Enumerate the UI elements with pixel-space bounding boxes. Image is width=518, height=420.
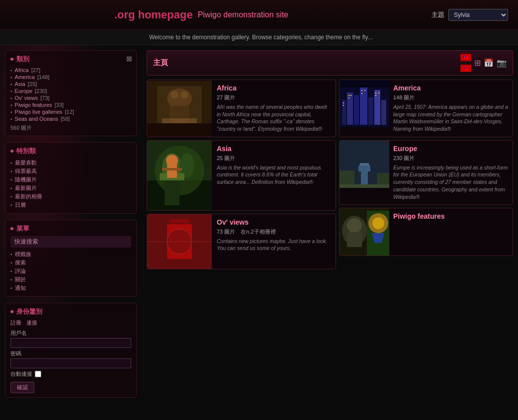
svg-rect-28	[354, 95, 359, 125]
special-toprated[interactable]: 得票最高	[10, 167, 131, 175]
svg-rect-33	[343, 102, 344, 103]
menu-about[interactable]: 關於	[10, 275, 131, 284]
confirm-button[interactable]: 確認	[10, 382, 34, 393]
category-piwigolive-link[interactable]: Piwigo live galleries	[15, 109, 63, 115]
svg-point-2	[167, 88, 192, 108]
svg-rect-32	[381, 100, 386, 125]
menu-search[interactable]: 搜索	[10, 258, 131, 267]
auto-connect-row: 自動連接	[10, 370, 131, 378]
africa-card-count: 27 圖片	[217, 94, 331, 101]
password-label: 密碼	[10, 350, 131, 357]
svg-rect-50	[340, 141, 389, 163]
logo-text: .org homepage	[114, 8, 193, 21]
america-card-count: 148 圖片	[393, 94, 509, 101]
africa-card-title[interactable]: Africa	[217, 84, 331, 92]
grid-view-icon[interactable]: ⊞	[474, 58, 481, 68]
piwigofeatures-thumbnail	[340, 208, 389, 255]
site-subtitle: Piwigo demonstration site	[198, 10, 288, 19]
register-link[interactable]: 註冊	[10, 319, 21, 327]
asia-card-info: Asia 25 圖片 Asia is the world's largest a…	[212, 141, 336, 210]
svg-rect-21	[170, 219, 189, 223]
theme-selector-group: 主題 Sylvia Default	[432, 9, 508, 21]
welcome-bar: Welcome to the demonstration gallery. Br…	[0, 30, 518, 45]
europe-thumbnail	[340, 141, 389, 188]
ovviews-thumb-image	[147, 214, 212, 269]
svg-point-57	[347, 218, 362, 233]
piwigofeatures-card-info: Piwigo features	[389, 208, 513, 255]
africa-thumb-image	[147, 81, 212, 136]
europe-card-count: 230 圖片	[393, 155, 509, 162]
sidebar: 類別 ⊠ Africa [27] America [148] Asia [25]…	[0, 45, 142, 420]
password-input[interactable]	[10, 358, 131, 368]
theme-label: 主題	[432, 10, 444, 19]
categories-collapse-icon[interactable]: ⊠	[126, 55, 132, 63]
svg-point-61	[372, 217, 384, 229]
gallery-left-column: Africa 27 圖片 Afri was the name of severa…	[147, 80, 336, 269]
category-africa-link[interactable]: Africa	[15, 67, 29, 73]
special-recentalbums[interactable]: 最新的相冊	[10, 192, 131, 201]
category-seas-link[interactable]: Seas and Oceans	[15, 116, 58, 122]
america-card-desc: April 25, 1507: America appears on a glo…	[393, 103, 509, 133]
category-asia-link[interactable]: Asia	[15, 81, 25, 87]
category-piwigofeatures-link[interactable]: Piwigo features	[15, 102, 52, 108]
welcome-text: Welcome to the demonstration gallery. Br…	[149, 34, 373, 41]
gallery-card-asia: Asia 25 圖片 Asia is the world's largest a…	[147, 140, 336, 211]
ovviews-card-title[interactable]: Ov' views	[217, 218, 331, 226]
username-label: 用戶名	[10, 330, 131, 337]
username-input[interactable]	[10, 338, 131, 348]
svg-rect-53	[340, 184, 389, 188]
page-header: 主頁 🇹🇼 🇹🇼 ⊞ 📅 📷	[147, 50, 513, 76]
list-item: Piwigo features [33]	[10, 101, 131, 108]
america-card-header: America 148 圖片 April 25, 1507: America a…	[340, 80, 513, 137]
asia-card-title[interactable]: Asia	[217, 145, 331, 153]
content-area: 主頁 🇹🇼 🇹🇼 ⊞ 📅 📷	[142, 45, 518, 420]
europe-card-title[interactable]: Europe	[393, 145, 509, 153]
europe-card-info: Europe 230 圖片 Europe is increasingly bei…	[389, 141, 513, 204]
svg-rect-30	[368, 97, 373, 125]
svg-rect-43	[378, 92, 379, 93]
svg-rect-44	[340, 80, 389, 87]
gallery-card-piwigofeatures: Piwigo features	[339, 208, 513, 256]
category-ovviews-link[interactable]: Ov' views	[15, 95, 38, 101]
category-america-link[interactable]: America	[15, 74, 35, 80]
menu-section: 菜單 快速搜索 標籤族 搜索 評論 關於 通知	[5, 220, 137, 297]
theme-select[interactable]: Sylvia Default	[448, 9, 508, 21]
gallery-card-europe: Europe 230 圖片 Europe is increasingly bei…	[339, 140, 513, 205]
camera-icon[interactable]: 📷	[497, 58, 507, 68]
svg-rect-38	[361, 90, 362, 91]
menu-tags[interactable]: 標籤族	[10, 250, 131, 258]
category-europe-link[interactable]: Europe	[15, 88, 32, 94]
svg-rect-37	[350, 95, 351, 96]
menu-title: 菜單	[10, 224, 131, 233]
svg-rect-58	[347, 232, 362, 247]
gallery-right-column: America 148 圖片 April 25, 1507: America a…	[339, 80, 513, 269]
categories-section: 類別 ⊠ Africa [27] America [148] Asia [25]…	[5, 50, 137, 136]
asia-card-count: 25 圖片	[217, 155, 331, 162]
piwigofeatures-card-title[interactable]: Piwigo features	[393, 212, 509, 220]
svg-rect-39	[361, 93, 362, 94]
special-favorites[interactable]: 最愛喜歡	[10, 159, 131, 167]
ovviews-card-desc: Contains new pictures maybe. Just have a…	[217, 238, 331, 252]
connect-link[interactable]: 連接	[26, 319, 37, 327]
header: .org homepage Piwigo demonstration site …	[0, 0, 518, 30]
america-thumbnail	[340, 80, 389, 127]
special-recent[interactable]: 最新圖片	[10, 184, 131, 192]
ovviews-thumbnail	[147, 214, 212, 269]
menu-notify[interactable]: 通知	[10, 284, 131, 292]
categories-title: 類別	[10, 55, 131, 64]
africa-card-info: Africa 27 圖片 Afri was the name of severa…	[212, 80, 336, 137]
special-calendar[interactable]: 日層	[10, 201, 131, 209]
asia-thumbnail	[147, 141, 212, 210]
calendar-icon[interactable]: 📅	[484, 58, 494, 68]
auto-connect-checkbox[interactable]	[35, 371, 41, 377]
asia-card-desc: Asia is the world's largest and most pop…	[217, 164, 331, 186]
list-item: Ov' views [73]	[10, 94, 131, 101]
flag-icon-tw2: 🇹🇼	[460, 65, 471, 72]
menu-comments[interactable]: 評論	[10, 267, 131, 275]
svg-rect-47	[358, 166, 370, 171]
america-card-title[interactable]: America	[393, 84, 509, 92]
quick-search-label: 快速搜索	[14, 238, 38, 245]
special-random[interactable]: 隨機圖片	[10, 175, 131, 184]
main-layout: 類別 ⊠ Africa [27] America [148] Asia [25]…	[0, 45, 518, 420]
special-title: 特別類	[10, 147, 131, 156]
